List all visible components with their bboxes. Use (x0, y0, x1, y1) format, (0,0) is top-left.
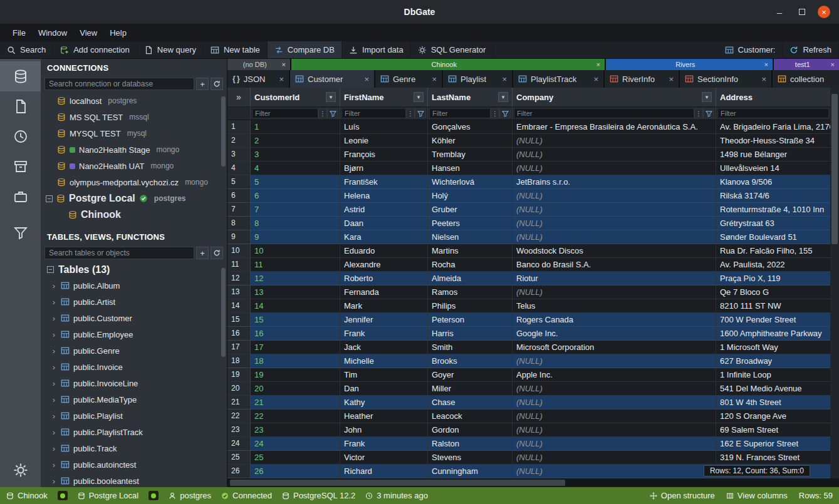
cell-firstname[interactable]: Astrid (340, 203, 428, 217)
cell-company[interactable]: (NULL) (513, 409, 716, 423)
cell-lastname[interactable]: Ralston (428, 437, 513, 451)
cell-lastname[interactable]: Gonçalves (428, 120, 513, 134)
table-tree-item[interactable]: public.booleantest (41, 473, 227, 487)
cell-address[interactable]: Av. Brigadeiro Faria Lima, 2170 (716, 120, 830, 134)
cell-customerid[interactable]: 8 (251, 217, 340, 230)
tab-playlisttrack[interactable]: PlaylistTrack × (513, 70, 605, 88)
cell-address[interactable]: Rotenturmstraße 4, 1010 Inn (716, 203, 830, 217)
cell-firstname[interactable]: Mark (340, 299, 428, 313)
cell-firstname[interactable]: Frank (340, 437, 428, 451)
row-number[interactable]: 26 (227, 465, 251, 478)
row-number[interactable]: 1 (227, 120, 251, 134)
close-button[interactable]: × (818, 6, 830, 18)
cell-address[interactable]: Qe 7 Bloco G (716, 285, 830, 299)
cell-lastname[interactable]: Ramos (428, 285, 513, 299)
connections-search-input[interactable] (44, 78, 194, 90)
filter-input[interactable] (514, 108, 694, 118)
new-table-button[interactable]: New table (204, 41, 268, 58)
cell-company[interactable]: Embraer - Empresa Brasileira de Aeronáut… (513, 120, 716, 134)
database-item-chinook[interactable]: Chinook (41, 207, 227, 223)
menu-window[interactable]: Window (32, 28, 73, 38)
cell-firstname[interactable]: Kara (340, 230, 428, 244)
filter-input[interactable] (429, 108, 491, 118)
table-tree-item[interactable]: public.Playlist (41, 408, 227, 424)
tab-customer[interactable]: Customer × (290, 70, 375, 88)
cell-company[interactable]: Banco do Brasil S.A. (513, 258, 716, 272)
table-row[interactable]: 8 8 Daan Peeters (NULL) Grétrystraat 63 (227, 217, 830, 230)
cell-customerid[interactable]: 17 (251, 341, 340, 354)
table-tree-item[interactable]: public.autoinctest (41, 456, 227, 473)
chevron-right-icon[interactable] (51, 346, 57, 356)
open-structure-button[interactable]: Open structure (650, 491, 715, 500)
cell-customerid[interactable]: 11 (251, 258, 340, 272)
table-row[interactable]: 4 4 Bjørn Hansen (NULL) Ullevålsveien 14 (227, 162, 830, 175)
cell-lastname[interactable]: Harris (428, 327, 513, 341)
table-row[interactable]: 14 14 Mark Philips Telus 8210 111 ST NW (227, 299, 830, 313)
cell-company[interactable]: (NULL) (513, 354, 716, 368)
kebab-menu-icon[interactable] (318, 108, 327, 118)
minimize-button[interactable]: – (773, 5, 786, 19)
cell-lastname[interactable]: Nielsen (428, 230, 513, 244)
cell-lastname[interactable]: Cunningham (428, 465, 513, 478)
connection-item[interactable]: olympus-medportal.vychozi.cz mongo (41, 174, 227, 190)
table-row[interactable]: 16 16 Frank Harris Google Inc. 1600 Amph… (227, 327, 830, 341)
table-tree-item[interactable]: public.Artist (41, 294, 227, 310)
add-object-small-button[interactable]: + (196, 247, 209, 259)
cell-company[interactable]: Microsoft Corporation (513, 341, 716, 354)
horizontal-scrollbar[interactable] (227, 478, 830, 487)
cell-customerid[interactable]: 9 (251, 230, 340, 244)
sql-generator-button[interactable]: SQL Generator (411, 41, 494, 58)
cell-firstname[interactable]: Heather (340, 409, 428, 423)
cell-company[interactable]: (NULL) (513, 203, 716, 217)
cell-customerid[interactable]: 5 (251, 175, 340, 189)
table-tree-item[interactable]: public.Customer (41, 310, 227, 326)
cell-customerid[interactable]: 26 (251, 465, 340, 478)
cell-company[interactable]: (NULL) (513, 396, 716, 409)
connection-item[interactable]: Nano2Health UAT mongo (41, 158, 227, 174)
cell-lastname[interactable]: Almeida (428, 272, 513, 285)
cell-company[interactable]: (NULL) (513, 285, 716, 299)
cell-company[interactable]: Rogers Canada (513, 313, 716, 327)
close-icon[interactable]: × (432, 75, 437, 84)
row-number[interactable]: 25 (227, 451, 251, 465)
tab-json[interactable]: { } JSON × (227, 70, 290, 88)
table-row[interactable]: 25 25 Victor Stevens (NULL) 319 N. Franc… (227, 451, 830, 465)
table-row[interactable]: 23 23 John Gordon (NULL) 69 Salem Street (227, 423, 830, 437)
rail-history-button[interactable] (0, 121, 41, 152)
row-number[interactable]: 16 (227, 327, 251, 341)
table-row[interactable]: 15 15 Jennifer Peterson Rogers Canada 70… (227, 313, 830, 327)
cell-address[interactable]: Ullevålsveien 14 (716, 162, 830, 175)
table-row[interactable]: 7 7 Astrid Gruber (NULL) Rotenturmstraße… (227, 203, 830, 217)
cell-firstname[interactable]: František (340, 175, 428, 189)
cell-firstname[interactable]: Eduardo (340, 244, 428, 258)
cell-customerid[interactable]: 15 (251, 313, 340, 327)
cell-address[interactable]: 120 S Orange Ave (716, 409, 830, 423)
cell-lastname[interactable]: Köhler (428, 134, 513, 148)
cell-customerid[interactable]: 7 (251, 203, 340, 217)
row-number[interactable]: 21 (227, 396, 251, 409)
add-connection-small-button[interactable]: + (196, 78, 209, 90)
cell-company[interactable]: Riotur (513, 272, 716, 285)
row-number[interactable]: 2 (227, 134, 251, 148)
cell-address[interactable]: 1 Infinite Loop (716, 368, 830, 382)
close-icon[interactable]: × (364, 75, 369, 84)
tab-playlist[interactable]: Playlist × (443, 70, 513, 88)
cell-lastname[interactable]: Holý (428, 189, 513, 203)
db-tab-test1[interactable]: test1 × (774, 59, 839, 70)
cell-lastname[interactable]: Miller (428, 382, 513, 396)
cell-lastname[interactable]: Leacock (428, 409, 513, 423)
cell-firstname[interactable]: François (340, 148, 428, 162)
row-number[interactable]: 7 (227, 203, 251, 217)
menu-view[interactable]: View (73, 28, 103, 38)
row-number[interactable]: 24 (227, 437, 251, 451)
cell-lastname[interactable]: Stevens (428, 451, 513, 465)
cell-lastname[interactable]: Martins (428, 244, 513, 258)
row-number[interactable]: 12 (227, 272, 251, 285)
refresh-connections-button[interactable] (211, 78, 223, 90)
table-row[interactable]: 20 20 Dan Miller (NULL) 541 Del Medio Av… (227, 382, 830, 396)
cell-lastname[interactable]: Brooks (428, 354, 513, 368)
filter-funnel-button[interactable] (703, 108, 714, 118)
connection-item-postgre-local[interactable]: Postgre Local postgres (41, 190, 227, 207)
tab-genre[interactable]: Genre × (375, 70, 443, 88)
chevron-right-icon[interactable] (51, 363, 57, 372)
